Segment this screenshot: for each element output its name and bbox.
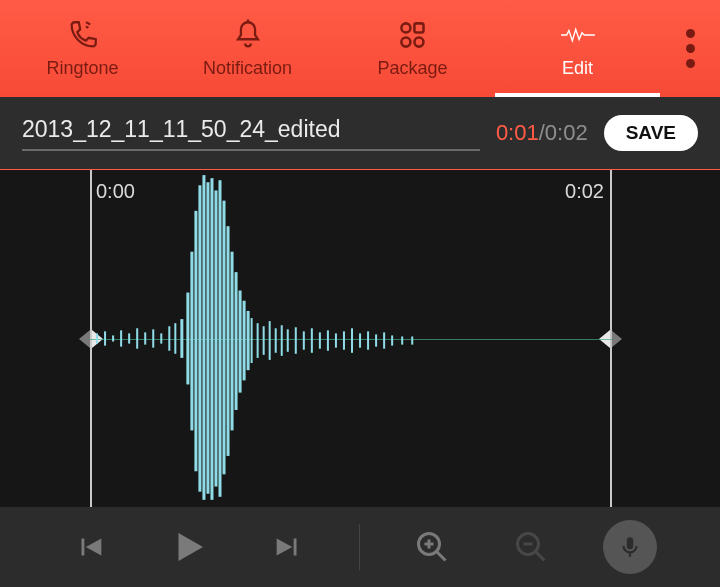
zoom-in-icon bbox=[414, 529, 450, 565]
svg-rect-35 bbox=[263, 326, 265, 355]
svg-rect-30 bbox=[239, 291, 242, 393]
svg-rect-54 bbox=[411, 336, 413, 344]
svg-rect-8 bbox=[120, 330, 122, 346]
svg-rect-50 bbox=[375, 334, 377, 346]
top-tabbar: Ringtone Notification Packa bbox=[0, 0, 720, 97]
svg-rect-5 bbox=[96, 333, 98, 343]
svg-rect-32 bbox=[247, 311, 250, 370]
tab-package[interactable]: Package bbox=[330, 0, 495, 97]
svg-rect-37 bbox=[275, 328, 277, 353]
file-info-row: 2013_12_11_11_50_24_edited 0:01/0:02 SAV… bbox=[0, 97, 720, 170]
svg-rect-52 bbox=[391, 335, 393, 345]
tab-label: Package bbox=[377, 58, 447, 79]
svg-rect-51 bbox=[383, 332, 385, 348]
tab-label: Ringtone bbox=[46, 58, 118, 79]
tab-label: Notification bbox=[203, 58, 292, 79]
svg-point-3 bbox=[401, 38, 410, 47]
svg-rect-7 bbox=[112, 335, 114, 341]
zoom-out-button bbox=[503, 519, 559, 575]
svg-rect-15 bbox=[174, 323, 176, 354]
svg-rect-24 bbox=[214, 190, 217, 486]
svg-rect-14 bbox=[168, 326, 170, 351]
more-vert-icon bbox=[686, 29, 695, 68]
svg-rect-27 bbox=[227, 226, 230, 456]
microphone-icon bbox=[617, 534, 643, 560]
tab-ringtone[interactable]: Ringtone bbox=[0, 0, 165, 97]
svg-rect-41 bbox=[303, 331, 305, 349]
svg-rect-6 bbox=[104, 331, 106, 345]
svg-rect-28 bbox=[231, 252, 234, 431]
svg-rect-18 bbox=[190, 252, 193, 431]
playback-controls bbox=[0, 507, 720, 587]
svg-rect-46 bbox=[343, 331, 345, 349]
svg-rect-9 bbox=[128, 333, 130, 343]
svg-rect-29 bbox=[235, 272, 238, 410]
play-icon bbox=[168, 526, 210, 568]
chevron-left-icon bbox=[79, 330, 90, 348]
package-icon bbox=[396, 18, 430, 52]
svg-rect-26 bbox=[223, 201, 226, 475]
current-time: 0:01 bbox=[496, 120, 539, 145]
svg-rect-22 bbox=[206, 182, 209, 493]
tab-notification[interactable]: Notification bbox=[165, 0, 330, 97]
svg-rect-39 bbox=[287, 329, 289, 351]
svg-rect-44 bbox=[327, 330, 329, 350]
waveform-canvas bbox=[90, 170, 612, 507]
total-time: 0:02 bbox=[545, 120, 588, 145]
svg-rect-47 bbox=[351, 328, 353, 353]
svg-rect-16 bbox=[180, 319, 183, 358]
waveform-editor[interactable]: 0:00 0:02 bbox=[0, 170, 720, 507]
svg-rect-43 bbox=[319, 332, 321, 348]
phone-ring-icon bbox=[66, 18, 100, 52]
chevron-right-icon bbox=[611, 330, 622, 348]
svg-rect-40 bbox=[295, 327, 297, 354]
svg-point-1 bbox=[401, 23, 410, 32]
zoom-in-button[interactable] bbox=[404, 519, 460, 575]
filename-input[interactable]: 2013_12_11_11_50_24_edited bbox=[22, 116, 480, 151]
skip-previous-button[interactable] bbox=[62, 519, 118, 575]
bell-icon bbox=[231, 18, 265, 52]
svg-rect-38 bbox=[281, 325, 283, 356]
play-button[interactable] bbox=[161, 519, 217, 575]
svg-rect-23 bbox=[210, 178, 213, 500]
record-button[interactable] bbox=[602, 519, 658, 575]
svg-rect-31 bbox=[243, 301, 246, 381]
save-button[interactable]: SAVE bbox=[604, 115, 698, 151]
svg-rect-53 bbox=[401, 336, 403, 344]
svg-point-4 bbox=[414, 38, 423, 47]
skip-next-button[interactable] bbox=[260, 519, 316, 575]
svg-line-60 bbox=[536, 552, 545, 561]
filename-text: 2013_12_11_11_50_24_edited bbox=[22, 116, 480, 151]
svg-rect-13 bbox=[160, 333, 162, 343]
svg-rect-19 bbox=[194, 211, 197, 471]
svg-rect-45 bbox=[335, 333, 337, 347]
waveform-svg bbox=[90, 170, 612, 507]
svg-rect-48 bbox=[359, 333, 361, 347]
svg-rect-36 bbox=[269, 321, 271, 360]
tab-label: Edit bbox=[562, 58, 593, 79]
zoom-out-icon bbox=[513, 529, 549, 565]
overflow-menu-button[interactable] bbox=[660, 0, 720, 97]
svg-rect-12 bbox=[152, 329, 154, 347]
svg-rect-62 bbox=[627, 537, 634, 549]
svg-rect-10 bbox=[136, 328, 138, 348]
svg-line-56 bbox=[436, 552, 445, 561]
svg-rect-2 bbox=[414, 23, 423, 32]
skip-next-icon bbox=[271, 530, 305, 564]
svg-rect-21 bbox=[202, 175, 205, 500]
waveform-icon bbox=[561, 18, 595, 52]
svg-rect-25 bbox=[218, 180, 221, 497]
svg-rect-42 bbox=[311, 328, 313, 353]
svg-rect-20 bbox=[198, 185, 201, 491]
skip-previous-icon bbox=[73, 530, 107, 564]
tab-edit[interactable]: Edit bbox=[495, 0, 660, 97]
svg-rect-11 bbox=[144, 332, 146, 344]
svg-rect-49 bbox=[367, 331, 369, 349]
svg-rect-17 bbox=[186, 293, 189, 385]
divider bbox=[359, 524, 360, 570]
playback-time: 0:01/0:02 bbox=[496, 120, 588, 146]
svg-rect-33 bbox=[251, 318, 253, 363]
svg-rect-34 bbox=[257, 323, 259, 358]
